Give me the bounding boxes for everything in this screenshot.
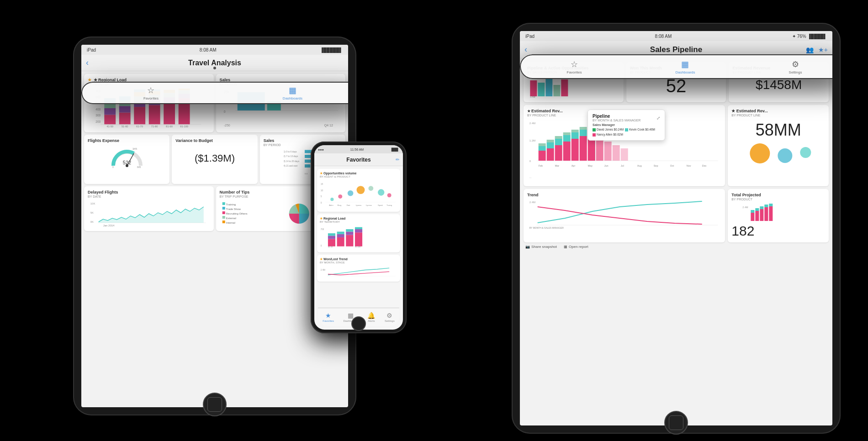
phone-home-button[interactable]	[351, 316, 366, 331]
widget-est-rev-side: ★ Estimated Rev... BY PRODUCT LINE 58MM	[728, 105, 829, 186]
svg-text:10: 10	[321, 189, 323, 192]
phone-tab-settings[interactable]: ⚙ Settings	[385, 312, 395, 322]
ipad-right-tab-dashboards[interactable]: ▦ Dashboards	[675, 59, 695, 74]
ipad-right-settings-icon: ⚙	[792, 59, 799, 69]
svg-point-164	[778, 148, 793, 163]
ipad-right-time: 8:08 AM	[655, 34, 672, 39]
phone-tab-alerts[interactable]: 🔔 Alerts	[367, 312, 375, 322]
svg-text:41-50: 41-50	[106, 125, 113, 128]
phone-alerts-label: Alerts	[368, 320, 375, 322]
svg-text:External: External	[226, 217, 236, 220]
svg-text:0: 0	[321, 245, 322, 247]
svg-rect-172	[756, 211, 759, 221]
svg-rect-106	[346, 229, 353, 231]
svg-point-163	[750, 143, 770, 163]
widget-flights-expense-gauge: 522 0 645 345	[88, 143, 166, 170]
trend-svg: 2.4M BY MONTH & SALES MANAGER	[527, 198, 721, 230]
widget-delayed-flights-title: Delayed Flights	[88, 190, 210, 194]
svg-rect-137	[572, 132, 579, 139]
phone-widget-opportunities-subtitle: BY AGENT & PRODUCT	[320, 175, 397, 178]
ipad-left-home-button-inner	[207, 397, 222, 412]
star-plus-icon[interactable]: ★+	[818, 46, 828, 53]
phone-widget-won-lost: ★Won/Lost Trend BY MONTH, STAGE 2.4M	[317, 255, 400, 282]
svg-rect-104	[346, 235, 353, 247]
svg-rect-141	[580, 127, 587, 130]
phone-widget-opportunities-title: ★Opportunities volume	[320, 172, 397, 175]
svg-text:-250: -250	[223, 124, 230, 127]
svg-text:Jun: Jun	[604, 164, 609, 167]
open-report-button[interactable]: ▦ Open report	[564, 245, 588, 249]
ipad-right-tab-favorites[interactable]: ☆ Favorites	[567, 59, 582, 74]
svg-text:Feb: Feb	[539, 164, 543, 167]
estimated-rev-sub-icon: ★	[527, 109, 530, 113]
svg-text:0K: 0K	[90, 220, 94, 223]
ipad-right-home-button-inner	[669, 415, 683, 430]
svg-text:Jul: Jul	[621, 164, 624, 167]
ipad-left-battery: ▐█████▌	[320, 47, 343, 52]
svg-text:5: 5	[321, 195, 322, 198]
svg-rect-179	[769, 204, 773, 206]
opportunities-svg: 15 10 5 0	[320, 179, 397, 209]
svg-rect-22	[149, 105, 160, 124]
ipad-left-home-button[interactable]	[203, 393, 227, 416]
share-snapshot-button[interactable]: 📷 Share snapshot	[525, 245, 557, 249]
ipad-left-back-button[interactable]: ‹	[86, 58, 89, 68]
svg-text:645: 645	[137, 166, 141, 168]
svg-rect-127	[547, 148, 554, 161]
svg-rect-118	[561, 79, 568, 96]
svg-text:May: May	[588, 164, 593, 167]
ipad-right-back-button[interactable]: ‹	[524, 45, 527, 54]
svg-text:Lyness: Lyness	[366, 204, 372, 206]
tooltip-legend-title: Sales Manager	[593, 123, 660, 126]
people-icon[interactable]: 👥	[806, 46, 814, 53]
action-row: 📷 Share snapshot ▦ Open report	[524, 245, 829, 249]
svg-point-85	[357, 186, 365, 194]
widget-variance-budget-value: ($1.39M)	[175, 143, 254, 164]
svg-rect-99	[328, 236, 335, 239]
ipad-right-dashboards-icon: ▦	[681, 59, 689, 69]
svg-rect-133	[563, 142, 571, 161]
svg-rect-126	[539, 143, 546, 146]
tooltip-expand-icon[interactable]: ⤢	[656, 116, 660, 121]
svg-text:Oct: Oct	[670, 164, 674, 167]
ipad-right-tab-bar: ☆ Favorites ▦ Dashboards ⚙ Settings	[520, 54, 832, 79]
svg-text:Apr: Apr	[572, 164, 576, 167]
ipad-right-tab-settings[interactable]: ⚙ Settings	[789, 59, 802, 74]
phone-edit-icon[interactable]: ✏	[396, 157, 399, 162]
svg-rect-134	[563, 135, 571, 142]
svg-text:Mar: Mar	[555, 164, 560, 167]
svg-point-84	[348, 190, 354, 196]
star-icon: ★	[320, 217, 323, 220]
svg-text:3) 14 to 20 days: 3) 14 to 20 days	[283, 160, 299, 163]
svg-text:200: 200	[95, 120, 101, 123]
tab-favorites[interactable]: ☆ Favorites	[143, 85, 159, 100]
svg-text:81-90: 81-90	[166, 125, 173, 128]
svg-text:0.0: 0.0	[305, 173, 308, 175]
phone-widget-won-lost-title: ★Won/Lost Trend	[320, 257, 397, 261]
tab-dashboards[interactable]: ▦ Dashboards	[283, 85, 302, 100]
ipad-right-home-button[interactable]	[664, 411, 688, 435]
widget-variance-budget-title: Variance to Budget	[175, 138, 254, 143]
ipad-right-favorites-label: Favorites	[567, 70, 582, 74]
svg-text:91-100: 91-100	[355, 246, 361, 248]
svg-text:51-60: 51-60	[122, 125, 128, 128]
svg-rect-11	[119, 113, 131, 125]
phone-favorites-label: Favorites	[323, 320, 334, 322]
dashboards-label: Dashboards	[283, 96, 302, 100]
phone-tab-favorites[interactable]: ★ Favorites	[323, 312, 334, 322]
svg-rect-149	[613, 145, 620, 161]
ipad-right: iPad 8:08 AM ✦ 76% ▐████▌ ‹ Sales Pipeli…	[512, 23, 841, 434]
svg-point-82	[330, 198, 333, 201]
svg-text:1) 0 to 6 days: 1) 0 to 6 days	[283, 151, 297, 153]
ipad-right-status-bar: iPad 8:08 AM ✦ 76% ▐████▌	[520, 31, 832, 41]
widget-total-projected: Total Projected BY PRODUCT 2.4M	[728, 189, 829, 242]
svg-rect-171	[751, 210, 755, 213]
widget-delayed-flights-subtitle: BY DATE	[88, 195, 210, 198]
tooltip-legend-item-2: Kevin Cook $0.46M	[625, 128, 655, 131]
svg-text:1.2M: 1.2M	[529, 139, 535, 142]
phone-opportunities-chart: 15 10 5 0	[320, 179, 397, 209]
svg-text:Internal: Internal	[226, 221, 235, 224]
svg-rect-125	[539, 146, 546, 151]
svg-point-87	[378, 189, 384, 195]
ipad-right-favorites-icon: ☆	[571, 59, 578, 69]
